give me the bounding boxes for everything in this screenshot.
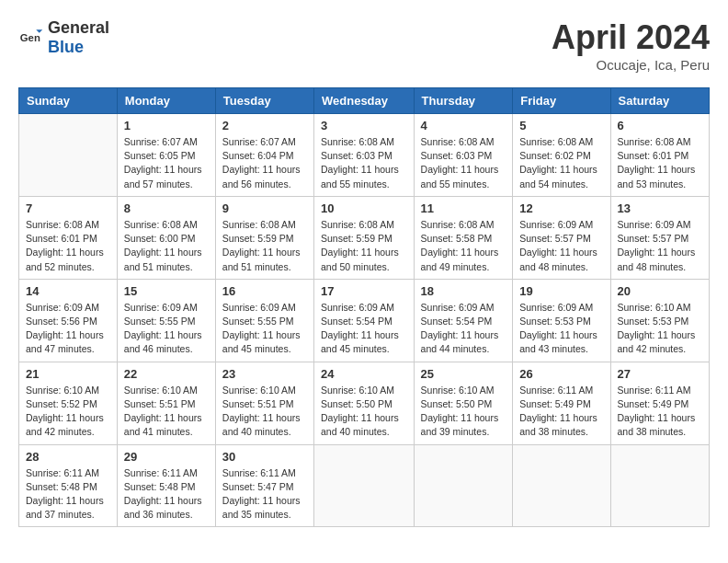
- calendar-cell: [513, 444, 610, 527]
- day-number: 3: [321, 119, 407, 132]
- calendar-cell: 11 Sunrise: 6:08 AMSunset: 5:58 PMDaylig…: [414, 196, 513, 279]
- day-number: 23: [222, 367, 307, 381]
- calendar-week-2: 7 Sunrise: 6:08 AMSunset: 6:01 PMDayligh…: [19, 196, 710, 279]
- day-info: Sunrise: 6:10 AMSunset: 5:51 PMDaylight:…: [124, 384, 209, 440]
- day-number: 15: [124, 284, 209, 298]
- day-number: 14: [26, 284, 110, 298]
- day-number: 18: [421, 284, 506, 298]
- calendar-header-thursday: Thursday: [414, 88, 513, 114]
- day-number: 6: [618, 119, 702, 132]
- calendar-week-1: 1 Sunrise: 6:07 AMSunset: 6:05 PMDayligh…: [19, 114, 710, 197]
- calendar-header-wednesday: Wednesday: [314, 88, 415, 114]
- day-number: 7: [26, 201, 110, 215]
- calendar-header-monday: Monday: [117, 88, 215, 114]
- calendar-cell: 5 Sunrise: 6:08 AMSunset: 6:02 PMDayligh…: [513, 114, 610, 197]
- calendar-header-row: SundayMondayTuesdayWednesdayThursdayFrid…: [19, 88, 710, 114]
- day-info: Sunrise: 6:08 AMSunset: 6:00 PMDaylight:…: [124, 218, 209, 274]
- day-info: Sunrise: 6:09 AMSunset: 5:57 PMDaylight:…: [618, 218, 702, 274]
- day-info: Sunrise: 6:08 AMSunset: 6:02 PMDaylight:…: [519, 135, 603, 191]
- day-info: Sunrise: 6:10 AMSunset: 5:50 PMDaylight:…: [321, 384, 407, 440]
- day-number: 11: [421, 201, 506, 215]
- title-area: April 2024 Ocucaje, Ica, Peru: [552, 18, 710, 73]
- day-info: Sunrise: 6:08 AMSunset: 6:03 PMDaylight:…: [421, 135, 506, 191]
- day-number: 30: [222, 450, 307, 464]
- day-number: 22: [124, 367, 209, 381]
- day-info: Sunrise: 6:09 AMSunset: 5:54 PMDaylight:…: [321, 301, 407, 357]
- day-number: 27: [618, 367, 702, 381]
- day-number: 4: [421, 119, 506, 132]
- calendar-cell: 3 Sunrise: 6:08 AMSunset: 6:03 PMDayligh…: [314, 114, 415, 197]
- day-number: 19: [519, 284, 603, 298]
- day-info: Sunrise: 6:08 AMSunset: 5:59 PMDaylight:…: [222, 218, 307, 274]
- calendar-cell: 22 Sunrise: 6:10 AMSunset: 5:51 PMDaylig…: [117, 362, 215, 444]
- day-info: Sunrise: 6:10 AMSunset: 5:53 PMDaylight:…: [618, 301, 702, 357]
- day-info: Sunrise: 6:11 AMSunset: 5:48 PMDaylight:…: [124, 466, 209, 523]
- page-header: Gen General Blue April 2024 Ocucaje, Ica…: [18, 18, 710, 73]
- calendar-table: SundayMondayTuesdayWednesdayThursdayFrid…: [18, 87, 710, 527]
- calendar-header-tuesday: Tuesday: [215, 88, 313, 114]
- calendar-cell: 30 Sunrise: 6:11 AMSunset: 5:47 PMDaylig…: [215, 444, 313, 527]
- calendar-cell: 27 Sunrise: 6:11 AMSunset: 5:49 PMDaylig…: [610, 362, 709, 444]
- calendar-cell: 29 Sunrise: 6:11 AMSunset: 5:48 PMDaylig…: [117, 444, 215, 527]
- calendar-body: 1 Sunrise: 6:07 AMSunset: 6:05 PMDayligh…: [19, 114, 710, 527]
- calendar-cell: 28 Sunrise: 6:11 AMSunset: 5:48 PMDaylig…: [19, 444, 118, 527]
- calendar-cell: [414, 444, 513, 527]
- calendar-cell: 2 Sunrise: 6:07 AMSunset: 6:04 PMDayligh…: [215, 114, 313, 197]
- calendar-cell: 23 Sunrise: 6:10 AMSunset: 5:51 PMDaylig…: [215, 362, 313, 444]
- calendar-week-4: 21 Sunrise: 6:10 AMSunset: 5:52 PMDaylig…: [19, 362, 710, 444]
- logo-blue: Blue: [48, 38, 84, 56]
- day-number: 25: [421, 367, 506, 381]
- day-info: Sunrise: 6:09 AMSunset: 5:54 PMDaylight:…: [421, 301, 506, 357]
- calendar-week-5: 28 Sunrise: 6:11 AMSunset: 5:48 PMDaylig…: [19, 444, 710, 527]
- day-info: Sunrise: 6:09 AMSunset: 5:55 PMDaylight:…: [124, 301, 209, 357]
- day-info: Sunrise: 6:09 AMSunset: 5:57 PMDaylight:…: [519, 218, 603, 274]
- calendar-header-sunday: Sunday: [19, 88, 118, 114]
- day-info: Sunrise: 6:09 AMSunset: 5:55 PMDaylight:…: [222, 301, 307, 357]
- calendar-cell: 15 Sunrise: 6:09 AMSunset: 5:55 PMDaylig…: [117, 279, 215, 362]
- calendar-cell: 1 Sunrise: 6:07 AMSunset: 6:05 PMDayligh…: [117, 114, 215, 197]
- day-info: Sunrise: 6:11 AMSunset: 5:47 PMDaylight:…: [222, 466, 307, 523]
- calendar-cell: 21 Sunrise: 6:10 AMSunset: 5:52 PMDaylig…: [19, 362, 118, 444]
- calendar-cell: 4 Sunrise: 6:08 AMSunset: 6:03 PMDayligh…: [414, 114, 513, 197]
- calendar-cell: 12 Sunrise: 6:09 AMSunset: 5:57 PMDaylig…: [513, 196, 610, 279]
- day-info: Sunrise: 6:08 AMSunset: 6:01 PMDaylight:…: [26, 218, 110, 274]
- svg-text:Gen: Gen: [20, 32, 40, 43]
- calendar-cell: [19, 114, 118, 197]
- calendar-cell: 7 Sunrise: 6:08 AMSunset: 6:01 PMDayligh…: [19, 196, 118, 279]
- calendar-cell: 26 Sunrise: 6:11 AMSunset: 5:49 PMDaylig…: [513, 362, 610, 444]
- day-number: 5: [519, 119, 603, 132]
- calendar-cell: [610, 444, 709, 527]
- calendar-week-3: 14 Sunrise: 6:09 AMSunset: 5:56 PMDaylig…: [19, 279, 710, 362]
- day-number: 16: [222, 284, 307, 298]
- day-number: 13: [618, 201, 702, 215]
- day-info: Sunrise: 6:08 AMSunset: 5:58 PMDaylight:…: [421, 218, 506, 274]
- day-info: Sunrise: 6:07 AMSunset: 6:04 PMDaylight:…: [222, 135, 307, 191]
- day-number: 26: [519, 367, 603, 381]
- day-info: Sunrise: 6:08 AMSunset: 6:01 PMDaylight:…: [618, 135, 702, 191]
- day-info: Sunrise: 6:09 AMSunset: 5:53 PMDaylight:…: [519, 301, 603, 357]
- logo-general: General: [48, 18, 109, 37]
- day-info: Sunrise: 6:10 AMSunset: 5:52 PMDaylight:…: [26, 384, 110, 440]
- calendar-cell: 17 Sunrise: 6:09 AMSunset: 5:54 PMDaylig…: [314, 279, 415, 362]
- month-title: April 2024: [552, 18, 710, 57]
- day-number: 12: [519, 201, 603, 215]
- day-info: Sunrise: 6:07 AMSunset: 6:05 PMDaylight:…: [124, 135, 209, 191]
- day-number: 8: [124, 201, 209, 215]
- day-info: Sunrise: 6:08 AMSunset: 6:03 PMDaylight:…: [321, 135, 407, 191]
- calendar-cell: 25 Sunrise: 6:10 AMSunset: 5:50 PMDaylig…: [414, 362, 513, 444]
- day-number: 29: [124, 450, 209, 464]
- calendar-cell: 13 Sunrise: 6:09 AMSunset: 5:57 PMDaylig…: [610, 196, 709, 279]
- day-info: Sunrise: 6:10 AMSunset: 5:51 PMDaylight:…: [222, 384, 307, 440]
- calendar-cell: 19 Sunrise: 6:09 AMSunset: 5:53 PMDaylig…: [513, 279, 610, 362]
- calendar-cell: 16 Sunrise: 6:09 AMSunset: 5:55 PMDaylig…: [215, 279, 313, 362]
- logo: Gen General Blue: [18, 18, 109, 57]
- calendar-cell: 9 Sunrise: 6:08 AMSunset: 5:59 PMDayligh…: [215, 196, 313, 279]
- calendar-cell: 10 Sunrise: 6:08 AMSunset: 5:59 PMDaylig…: [314, 196, 415, 279]
- day-number: 21: [26, 367, 110, 381]
- calendar-header-saturday: Saturday: [610, 88, 709, 114]
- calendar-cell: 20 Sunrise: 6:10 AMSunset: 5:53 PMDaylig…: [610, 279, 709, 362]
- calendar-cell: 8 Sunrise: 6:08 AMSunset: 6:00 PMDayligh…: [117, 196, 215, 279]
- calendar-cell: 14 Sunrise: 6:09 AMSunset: 5:56 PMDaylig…: [19, 279, 118, 362]
- location: Ocucaje, Ica, Peru: [552, 57, 710, 73]
- day-number: 28: [26, 450, 110, 464]
